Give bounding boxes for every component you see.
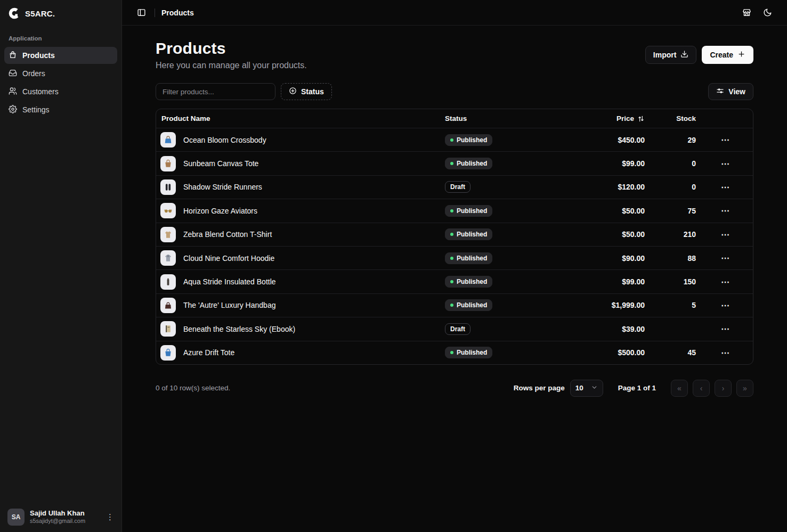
- product-name: Aqua Stride Insulated Bottle: [183, 277, 276, 286]
- table-row[interactable]: Shadow Stride Runners Draft $120.00 0 ⋯: [156, 175, 753, 199]
- status-dot-icon: [450, 257, 453, 260]
- status-badge: Draft: [445, 181, 470, 193]
- users-icon: [9, 87, 17, 97]
- product-stock: 75: [645, 207, 698, 215]
- rows-per-page-select[interactable]: 10: [570, 380, 603, 397]
- table-header-row: Product Name Status Price Stock: [156, 109, 753, 128]
- product-name: Ocean Bloom Crossbody: [183, 136, 266, 144]
- status-badge: Published: [445, 158, 492, 169]
- product-stock: 150: [645, 277, 698, 286]
- divider: [155, 9, 155, 17]
- status-badge: Published: [445, 228, 492, 240]
- product-name: Horizon Gaze Aviators: [183, 207, 257, 215]
- tote-icon: [160, 156, 176, 171]
- product-stock: 29: [645, 136, 698, 144]
- row-actions-button[interactable]: ⋯: [717, 133, 734, 147]
- sidebar-item-orders[interactable]: Orders: [4, 65, 117, 82]
- breadcrumb: Products: [161, 9, 194, 17]
- filter-products-input[interactable]: [156, 83, 275, 100]
- price-sort-button[interactable]: [637, 115, 645, 122]
- prev-page-button[interactable]: ‹: [693, 380, 710, 397]
- status-dot-icon: [450, 304, 453, 307]
- shoes-icon: [160, 179, 176, 195]
- page-indicator: Page 1 of 1: [618, 384, 656, 392]
- product-name: Azure Drift Tote: [183, 348, 234, 357]
- status-badge: Published: [445, 252, 492, 264]
- first-page-button[interactable]: «: [671, 380, 688, 397]
- product-name: Shadow Stride Runners: [183, 183, 262, 191]
- status-dot-icon: [450, 351, 453, 354]
- table-row[interactable]: Cloud Nine Comfort Hoodie Published $90.…: [156, 246, 753, 269]
- table-row[interactable]: Zebra Blend Cotton T-Shirt Published $50…: [156, 223, 753, 246]
- status-filter-button[interactable]: Status: [281, 83, 332, 100]
- bottle-icon: [160, 274, 176, 290]
- product-stock: 0: [645, 159, 698, 168]
- row-actions-button[interactable]: ⋯: [717, 203, 734, 218]
- table-row[interactable]: Azure Drift Tote Published $500.00 45 ⋯: [156, 341, 753, 364]
- table-row[interactable]: Aqua Stride Insulated Bottle Published $…: [156, 269, 753, 293]
- shopping-bag-icon: [9, 51, 17, 61]
- row-actions-button[interactable]: ⋯: [717, 180, 734, 194]
- sunglasses-icon: [160, 203, 176, 218]
- moon-icon[interactable]: [761, 6, 774, 19]
- user-menu[interactable]: SA Sajid Ullah Khan s5sajidyt@gmail.com …: [0, 502, 121, 532]
- status-badge: Published: [445, 299, 492, 311]
- sliders-icon: [716, 87, 724, 96]
- ellipsis-vertical-icon[interactable]: ⋮: [106, 512, 114, 522]
- sidebar-item-customers[interactable]: Customers: [4, 83, 117, 100]
- product-stock: 0: [645, 183, 698, 191]
- nav-section-label: Application: [4, 31, 117, 47]
- sidebar-item-label: Customers: [22, 87, 59, 96]
- inbox-icon: [9, 69, 17, 79]
- sidebar-item-products[interactable]: Products: [4, 47, 117, 64]
- avatar: SA: [7, 509, 25, 526]
- row-actions-button[interactable]: ⋯: [717, 322, 734, 336]
- product-name: Beneath the Starless Sky (Ebook): [183, 325, 295, 333]
- table-row[interactable]: Horizon Gaze Aviators Published $50.00 7…: [156, 199, 753, 222]
- product-price: $120.00: [567, 183, 645, 191]
- bag-icon: [160, 132, 176, 148]
- products-table: Product Name Status Price Stock Ocean Bl…: [156, 109, 753, 365]
- next-page-button[interactable]: ›: [715, 380, 732, 397]
- tote-icon: [160, 345, 176, 361]
- status-dot-icon: [450, 209, 453, 212]
- table-row[interactable]: Sunbeam Canvas Tote Published $99.00 0 ⋯: [156, 151, 753, 175]
- view-options-button[interactable]: View: [708, 83, 753, 100]
- product-price: $99.00: [567, 159, 645, 168]
- status-badge: Published: [445, 205, 492, 217]
- table-row[interactable]: The 'Autre' Luxury Handbag Published $1,…: [156, 293, 753, 317]
- sidebar-item-label: Settings: [22, 105, 50, 114]
- sidebar-item-label: Products: [22, 51, 55, 60]
- product-stock: 210: [645, 230, 698, 239]
- status-badge: Draft: [445, 323, 470, 335]
- storefront-icon[interactable]: [740, 6, 753, 19]
- table-row[interactable]: Ocean Bloom Crossbody Published $450.00 …: [156, 128, 753, 151]
- book-icon: [160, 321, 176, 337]
- product-price: $1,999.00: [567, 301, 645, 309]
- status-badge: Published: [445, 276, 492, 288]
- row-actions-button[interactable]: ⋯: [717, 346, 734, 360]
- product-name: Cloud Nine Comfort Hoodie: [183, 254, 274, 263]
- product-price: $50.00: [567, 230, 645, 239]
- column-header-status: Status: [445, 114, 567, 122]
- user-email: s5sajidyt@gmail.com: [30, 518, 101, 525]
- brand[interactable]: S5ARC.: [0, 0, 121, 27]
- circle-plus-icon: [289, 87, 297, 96]
- row-actions-button[interactable]: ⋯: [717, 298, 734, 313]
- table-row[interactable]: Beneath the Starless Sky (Ebook) Draft $…: [156, 317, 753, 340]
- column-header-price: Price: [616, 114, 634, 122]
- status-badge: Published: [445, 134, 492, 146]
- sidebar-toggle-button[interactable]: [135, 6, 148, 19]
- row-actions-button[interactable]: ⋯: [717, 251, 734, 265]
- topbar: Products: [122, 0, 787, 26]
- row-actions-button[interactable]: ⋯: [717, 157, 734, 171]
- row-actions-button[interactable]: ⋯: [717, 227, 734, 242]
- create-button[interactable]: Create: [702, 46, 753, 64]
- last-page-button[interactable]: »: [736, 380, 753, 397]
- sidebar: S5ARC. Application Products Orders: [0, 0, 122, 532]
- sidebar-item-settings[interactable]: Settings: [4, 101, 117, 118]
- import-button[interactable]: Import: [645, 46, 697, 64]
- row-actions-button[interactable]: ⋯: [717, 275, 734, 289]
- product-stock: 45: [645, 348, 698, 357]
- sidebar-nav: Application Products Orders: [0, 27, 121, 502]
